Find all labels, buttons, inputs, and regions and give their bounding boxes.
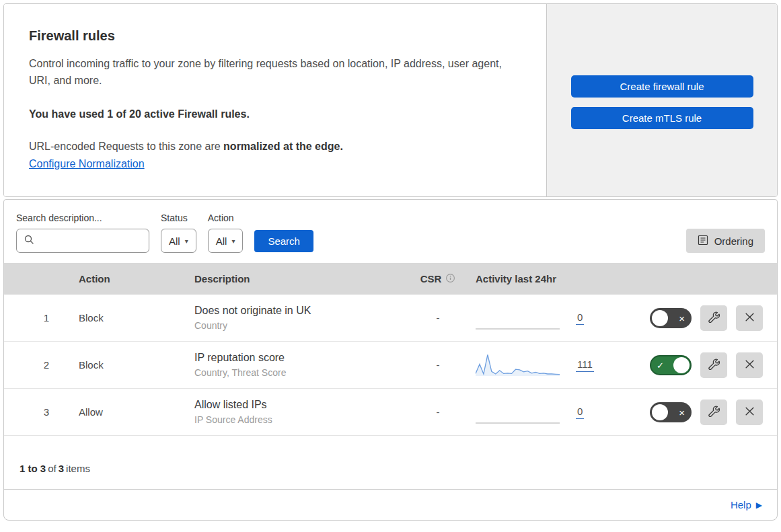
action-selected-value: All <box>216 235 227 247</box>
normalization-emphasis: normalized at the edge. <box>223 141 343 152</box>
action-select[interactable]: All ▾ <box>208 229 244 253</box>
help-arrow-icon: ▶ <box>756 500 762 510</box>
toggle-knob <box>652 404 668 420</box>
intro-card: Firewall rules Control incoming traffic … <box>4 4 547 196</box>
table-row: 1 Block Does not originate in UK Country… <box>4 295 777 342</box>
pagination-summary: 1 to 3of3items <box>4 436 777 489</box>
rule-priority: 2 <box>20 359 73 371</box>
search-button[interactable]: Search <box>254 230 313 252</box>
search-box[interactable] <box>16 229 149 253</box>
wrench-icon <box>708 311 720 325</box>
activity-sparkline <box>476 354 560 377</box>
chevron-down-icon: ▾ <box>185 237 188 245</box>
close-icon <box>745 359 755 371</box>
ordering-list-icon <box>698 235 708 248</box>
pagination-range: 1 to 3 <box>20 463 46 474</box>
delete-rule-button[interactable] <box>736 352 763 378</box>
rule-description-cell: Does not originate in UK Country <box>189 305 411 331</box>
rule-action: Allow <box>73 406 189 418</box>
toggle-off-x-icon: × <box>679 313 685 323</box>
rule-csr-value: - <box>411 406 465 418</box>
page-title: Firewall rules <box>29 28 519 44</box>
rule-csr-value: - <box>411 312 465 324</box>
rule-priority: 3 <box>20 406 73 418</box>
delete-rule-button[interactable] <box>736 400 763 425</box>
intro-section: Firewall rules Control incoming traffic … <box>3 3 778 197</box>
csr-header-label: CSR <box>420 273 442 284</box>
action-filter-group: Action All ▾ <box>208 213 244 253</box>
rule-description-cell: Allow listed IPs IP Source Address <box>189 399 411 425</box>
rule-controls: × ✓ <box>636 400 763 425</box>
rule-activity-cell: 0 <box>465 307 636 330</box>
search-label: Search description... <box>16 213 149 223</box>
toggle-off-x-icon: × <box>679 407 685 417</box>
table-row: 2 Block IP reputation score Country, Thr… <box>4 342 777 389</box>
activity-count-link[interactable]: 0 <box>576 311 584 325</box>
pagination-total: 3 <box>59 463 64 474</box>
actions-panel: Create firewall rule Create mTLS rule <box>547 4 777 196</box>
status-filter-group: Status All ▾ <box>161 213 196 253</box>
normalization-line: URL-encoded Requests to this zone arenor… <box>29 141 519 153</box>
chevron-down-icon: ▾ <box>231 237 235 245</box>
rule-description-cell: IP reputation score Country, Threat Scor… <box>189 352 411 378</box>
page-description: Control incoming traffic to your zone by… <box>29 56 519 89</box>
rule-enabled-toggle[interactable]: × ✓ <box>650 355 692 375</box>
rule-criteria: IP Source Address <box>194 414 411 425</box>
create-mtls-rule-button[interactable]: Create mTLS rule <box>571 107 753 129</box>
info-icon[interactable] <box>445 273 455 285</box>
normalization-text: URL-encoded Requests to this zone are <box>29 141 221 152</box>
firewall-rules-page: Firewall rules Control incoming traffic … <box>0 0 781 526</box>
filter-bar: Search description... Status All ▾ Actio… <box>4 200 777 263</box>
table-header: Action Description CSR Activity last 24h… <box>4 263 777 295</box>
rule-criteria: Country, Threat Score <box>194 367 411 378</box>
delete-rule-button[interactable] <box>736 305 763 331</box>
search-icon <box>24 234 34 248</box>
search-input[interactable] <box>40 235 142 247</box>
rule-criteria: Country <box>194 320 411 331</box>
action-column-header: Action <box>73 273 189 284</box>
activity-count-link[interactable]: 111 <box>576 358 594 372</box>
edit-rule-button[interactable] <box>700 400 727 425</box>
wrench-icon <box>708 406 720 419</box>
search-group: Search description... <box>16 213 149 253</box>
toggle-knob <box>673 357 690 373</box>
rule-enabled-toggle[interactable]: × ✓ <box>650 402 692 422</box>
configure-normalization-link[interactable]: Configure Normalization <box>29 158 145 169</box>
rule-controls: × ✓ <box>636 352 763 378</box>
status-selected-value: All <box>169 235 180 247</box>
help-bar: Help ▶ <box>4 489 777 520</box>
close-icon <box>745 406 755 418</box>
rule-activity-cell: 0 <box>465 401 636 424</box>
status-select[interactable]: All ▾ <box>161 229 196 253</box>
activity-count-link[interactable]: 0 <box>576 406 584 419</box>
description-column-header: Description <box>189 273 411 284</box>
status-label: Status <box>161 213 196 223</box>
usage-note: You have used 1 of 20 active Firewall ru… <box>29 108 519 120</box>
rule-priority: 1 <box>20 312 73 324</box>
csr-column-header: CSR <box>411 273 465 285</box>
create-firewall-rule-button[interactable]: Create firewall rule <box>571 75 753 98</box>
ordering-button-label: Ordering <box>714 235 753 247</box>
rule-description: Does not originate in UK <box>194 305 411 317</box>
rule-action: Block <box>73 359 189 371</box>
activity-column-header: Activity last 24hr <box>465 273 636 284</box>
edit-rule-button[interactable] <box>700 352 727 378</box>
toggle-on-check-icon: ✓ <box>657 360 664 369</box>
table-row: 3 Allow Allow listed IPs IP Source Addre… <box>4 389 777 436</box>
rule-csr-value: - <box>411 359 465 371</box>
wrench-icon <box>708 358 720 372</box>
pagination-of: of <box>48 463 57 474</box>
help-link[interactable]: Help <box>731 499 751 510</box>
edit-rule-button[interactable] <box>700 305 727 331</box>
rule-action: Block <box>73 312 189 324</box>
close-icon <box>745 312 755 324</box>
ordering-button[interactable]: Ordering <box>686 229 765 253</box>
rule-enabled-toggle[interactable]: × ✓ <box>650 308 692 328</box>
rule-controls: × ✓ <box>636 305 763 331</box>
activity-sparkline <box>476 307 560 330</box>
pagination-items: items <box>66 463 90 474</box>
rules-list-card: Search description... Status All ▾ Actio… <box>3 199 778 521</box>
toggle-knob <box>652 310 668 326</box>
rule-description: IP reputation score <box>194 352 411 364</box>
rule-activity-cell: 111 <box>465 354 636 377</box>
